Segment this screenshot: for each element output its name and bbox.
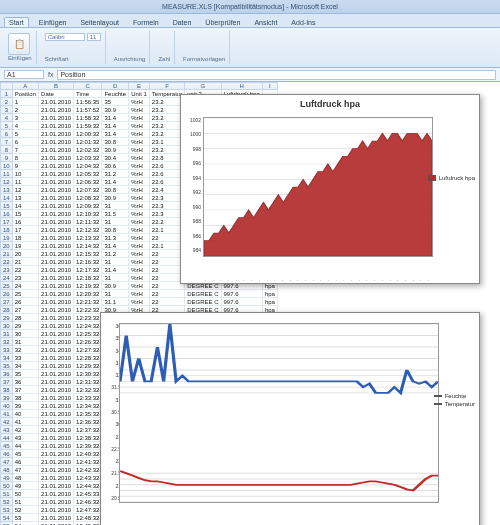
cell[interactable]: 31 (12, 338, 38, 346)
cell[interactable]: 21 (12, 258, 38, 266)
paste-button[interactable]: 📋 (8, 33, 30, 55)
cell[interactable]: 21.01.2010 (39, 146, 74, 154)
cell[interactable]: 12:02:32 (74, 146, 102, 154)
cell[interactable]: 12:28:32 (74, 354, 102, 362)
cell[interactable]: 12:46:32 (74, 498, 102, 506)
cell[interactable]: 22 (149, 298, 184, 306)
row-header[interactable]: 37 (1, 378, 13, 386)
fx-icon[interactable]: fx (48, 71, 53, 78)
cell[interactable]: 21.01.2010 (39, 322, 74, 330)
cell[interactable]: 38 (12, 394, 38, 402)
cell[interactable]: 31.4 (102, 122, 129, 130)
cell[interactable]: %rH (129, 242, 150, 250)
row-header[interactable]: 44 (1, 434, 13, 442)
cell[interactable]: 30.6 (102, 162, 129, 170)
cell[interactable]: 12:15:32 (74, 250, 102, 258)
cell[interactable]: 7 (12, 146, 38, 154)
cell[interactable]: 40 (12, 410, 38, 418)
cell[interactable]: 50 (12, 490, 38, 498)
cell[interactable]: 54 (12, 522, 38, 526)
cell[interactable]: 11:59:32 (74, 122, 102, 130)
cell[interactable]: %rH (129, 138, 150, 146)
cell[interactable]: 21.01.2010 (39, 386, 74, 394)
cell[interactable]: 31.4 (102, 114, 129, 122)
row-header[interactable]: 18 (1, 226, 13, 234)
cell[interactable]: 17 (12, 226, 38, 234)
cell[interactable]: 21.01.2010 (39, 442, 74, 450)
cell[interactable]: DEGREE C (185, 298, 221, 306)
cell[interactable]: 12:47:32 (74, 506, 102, 514)
col-header[interactable]: E (129, 83, 150, 90)
cell[interactable]: 30.9 (102, 282, 129, 290)
cell[interactable]: 21.01.2010 (39, 378, 74, 386)
row-header[interactable]: 10 (1, 162, 13, 170)
cell[interactable]: 21.01.2010 (39, 210, 74, 218)
cell[interactable]: %rH (129, 266, 150, 274)
cell[interactable]: 30.8 (102, 186, 129, 194)
row-header[interactable]: 39 (1, 394, 13, 402)
cell[interactable]: 12:23:32 (74, 314, 102, 322)
cell[interactable]: 48 (12, 474, 38, 482)
cell[interactable]: 12:25:32 (74, 330, 102, 338)
cell[interactable]: 11:57:52 (74, 106, 102, 114)
cell[interactable]: 12:30:32 (74, 370, 102, 378)
cell[interactable]: 45 (12, 450, 38, 458)
row-header[interactable]: 33 (1, 346, 13, 354)
cell[interactable]: 2 (12, 106, 38, 114)
cell[interactable]: 12:29:32 (74, 362, 102, 370)
cell[interactable]: 10 (12, 170, 38, 178)
cell[interactable]: %rH (129, 282, 150, 290)
cell[interactable]: 12:33:32 (74, 394, 102, 402)
cell[interactable]: 12:27:32 (74, 346, 102, 354)
cell[interactable]: 12:39:32 (74, 442, 102, 450)
cell[interactable]: 31 (102, 290, 129, 298)
cell[interactable]: 3 (12, 114, 38, 122)
cell[interactable]: 21.01.2010 (39, 498, 74, 506)
cell[interactable]: Time (74, 90, 102, 98)
row-header[interactable]: 40 (1, 402, 13, 410)
cell[interactable]: 6 (12, 138, 38, 146)
row-header[interactable]: 23 (1, 266, 13, 274)
cell[interactable]: 21.01.2010 (39, 178, 74, 186)
cell[interactable]: 31.2 (102, 250, 129, 258)
cell[interactable]: %rH (129, 170, 150, 178)
row-header[interactable]: 27 (1, 298, 13, 306)
cell[interactable]: 21.01.2010 (39, 170, 74, 178)
cell[interactable]: 36 (12, 378, 38, 386)
cell[interactable]: 21.01.2010 (39, 274, 74, 282)
cell[interactable]: 12:20:32 (74, 290, 102, 298)
col-header[interactable]: F (149, 83, 184, 90)
cell[interactable]: %rH (129, 106, 150, 114)
cell[interactable]: 21.01.2010 (39, 194, 74, 202)
row-header[interactable]: 19 (1, 234, 13, 242)
col-header[interactable]: I (262, 83, 277, 90)
cell[interactable]: 21.01.2010 (39, 346, 74, 354)
row-header[interactable]: 12 (1, 178, 13, 186)
cell[interactable]: 21.01.2010 (39, 122, 74, 130)
cell[interactable]: 21.01.2010 (39, 202, 74, 210)
cell[interactable]: %rH (129, 178, 150, 186)
row-header[interactable]: 47 (1, 458, 13, 466)
col-header[interactable]: G (185, 83, 221, 90)
cell[interactable]: 21.01.2010 (39, 506, 74, 514)
cell[interactable]: 997.6 (221, 290, 262, 298)
cell[interactable]: 31.3 (102, 234, 129, 242)
cell[interactable]: 21.01.2010 (39, 154, 74, 162)
cell[interactable]: 21.01.2010 (39, 258, 74, 266)
row-header[interactable]: 30 (1, 322, 13, 330)
cell[interactable]: 15 (12, 210, 38, 218)
cell[interactable]: 32 (12, 346, 38, 354)
cell[interactable]: %rH (129, 122, 150, 130)
row-header[interactable]: 3 (1, 106, 13, 114)
cell[interactable]: 21.01.2010 (39, 426, 74, 434)
row-header[interactable]: 55 (1, 522, 13, 526)
cell[interactable]: 21.01.2010 (39, 330, 74, 338)
tab-view[interactable]: Ansicht (250, 18, 281, 27)
cell[interactable]: 33 (12, 354, 38, 362)
cell[interactable]: 53 (12, 514, 38, 522)
cell[interactable]: 30.9 (102, 106, 129, 114)
cell[interactable]: %rH (129, 202, 150, 210)
cell[interactable]: %rH (129, 194, 150, 202)
row-header[interactable]: 5 (1, 122, 13, 130)
cell[interactable]: 21.01.2010 (39, 370, 74, 378)
